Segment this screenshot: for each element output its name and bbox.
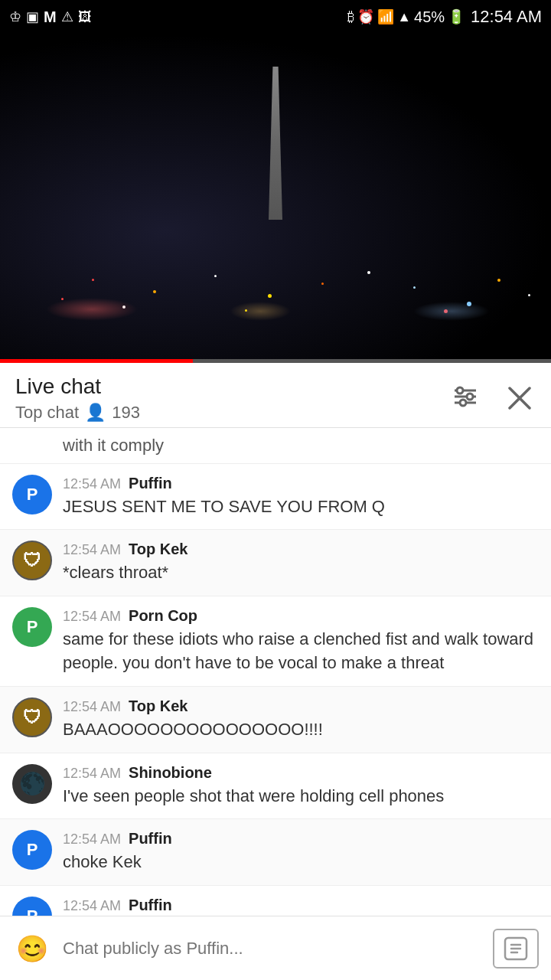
message-meta: 12:54 AM Top Kek [63,541,539,558]
message-author: Porn Cop [129,607,197,625]
avatar: 🛡 [12,541,52,580]
message-content: 12:54 AM Top Kek BAAAOOOOOOOOOOOOOOO!!!! [63,697,539,742]
chat-header-left: Live chat Top chat 👤 193 [15,374,140,423]
emoji-button[interactable]: 😊 [12,929,52,969]
message-meta: 12:54 AM Porn Cop [63,607,539,625]
message-row: 🌑 12:54 AM Shinobione I've seen people s… [0,753,551,820]
image-icon: 🖼 [78,9,92,25]
shinobione-avatar: 🌑 [12,764,52,804]
chat-input-bar: 😊 [0,916,551,980]
message-meta: 12:54 AM Puffin [63,830,539,848]
video-player[interactable] [0,34,551,363]
message-text: same for these idiots who raise a clench… [63,628,539,675]
message-text: JESUS SENT ME TO SAVE YOU FROM Q [63,495,539,519]
messages-area: with it comply P 12:54 AM Puffin JESUS S… [0,428,551,952]
send-button[interactable] [493,929,539,969]
message-time: 12:54 AM [63,898,121,914]
avatar: P [12,607,52,647]
avatar: 🌑 [12,764,52,804]
message-author: Puffin [129,897,172,914]
video-progress-fill [0,359,193,363]
emoji-icon: 😊 [16,933,48,964]
topkek-avatar: 🛡 [14,542,51,579]
message-author: Puffin [129,475,172,492]
battery-icon: 🔋 [448,8,465,25]
alarm-icon: ⏰ [357,8,374,25]
message-time: 12:54 AM [63,831,121,848]
message-time: 12:54 AM [63,699,121,715]
message-meta: 12:54 AM Top Kek [63,697,539,715]
message-meta: 12:54 AM Shinobione [63,764,539,782]
close-button[interactable] [504,382,536,414]
message-content: 12:54 AM Porn Cop same for these idiots … [63,607,539,675]
wifi-icon: 📶 [377,8,394,25]
message-meta: 12:54 AM Puffin [63,475,539,492]
chat-subtitle: Top chat 👤 193 [15,403,140,423]
message-author: Puffin [129,830,172,848]
avatar: P [12,475,52,514]
crown-icon: ♔ [9,8,21,25]
avatar: P [12,830,52,870]
message-author: Shinobione [129,764,212,782]
filter-icon [452,384,479,412]
svg-point-3 [457,387,463,394]
message-row: 🛡 12:54 AM Top Kek BAAAOOOOOOOOOOOOOOO!!… [0,687,551,753]
signal-icon: ▲ [397,9,411,25]
message-content: 12:54 AM Shinobione I've seen people sho… [63,764,539,808]
status-time: 12:54 AM [471,7,542,27]
chat-input[interactable] [63,929,482,969]
message-time: 12:54 AM [63,609,121,625]
bluetooth-icon: ₿ [347,9,354,25]
message-time: 12:54 AM [63,542,121,558]
message-text: I've seen people shot that were holding … [63,785,539,808]
message-content: 12:54 AM Top Kek *clears throat* [63,541,539,585]
message-row: P 12:54 AM Puffin JESUS SENT ME TO SAVE … [0,464,551,531]
m-icon: M [44,8,57,26]
message-text: BAAAOOOOOOOOOOOOOOO!!!! [63,718,539,742]
filter-button[interactable] [448,381,482,415]
avatar: 🛡 [12,697,52,737]
message-content: 12:54 AM Puffin JESUS SENT ME TO SAVE YO… [63,475,539,519]
message-author: Top Kek [129,697,187,715]
warning-icon: ⚠ [61,8,73,25]
close-icon [507,385,533,411]
message-meta: 12:54 AM Puffin [63,897,539,914]
message-content: 12:54 AM Puffin choke Kek [63,830,539,874]
battery-percent: 45% [414,8,445,26]
partial-message: with it comply [0,428,551,464]
status-icons-right: ₿ ⏰ 📶 ▲ 45% 🔋 12:54 AM [347,7,542,27]
monument [269,67,282,220]
status-icons-left: ♔ ▣ M ⚠ 🖼 [9,8,92,26]
message-row: 🛡 12:54 AM Top Kek *clears throat* [0,530,551,596]
message-row: P 12:54 AM Puffin choke Kek [0,819,551,886]
viewer-count: 193 [112,403,140,423]
video-progress-bar[interactable] [0,359,551,363]
chat-header-right [448,381,536,415]
chat-title: Live chat [15,374,140,400]
message-author: Top Kek [129,541,187,558]
status-bar: ♔ ▣ M ⚠ 🖼 ₿ ⏰ 📶 ▲ 45% 🔋 12:54 AM [0,0,551,34]
video-content [0,34,551,363]
message-text: choke Kek [63,851,539,874]
viewer-icon: 👤 [85,403,106,423]
livechat-panel: Live chat Top chat 👤 193 [0,363,551,980]
message-row: P 12:54 AM Porn Cop same for these idiot… [0,596,551,687]
message-time: 12:54 AM [63,476,121,492]
svg-point-4 [467,394,473,400]
message-time: 12:54 AM [63,766,121,782]
send-icon [504,936,528,961]
svg-point-5 [460,400,466,406]
message-text: *clears throat* [63,561,539,585]
chat-header: Live chat Top chat 👤 193 [0,363,551,428]
topkek-avatar-2: 🛡 [14,699,51,736]
folder-icon: ▣ [26,8,39,25]
chat-type-label: Top chat [15,403,79,423]
